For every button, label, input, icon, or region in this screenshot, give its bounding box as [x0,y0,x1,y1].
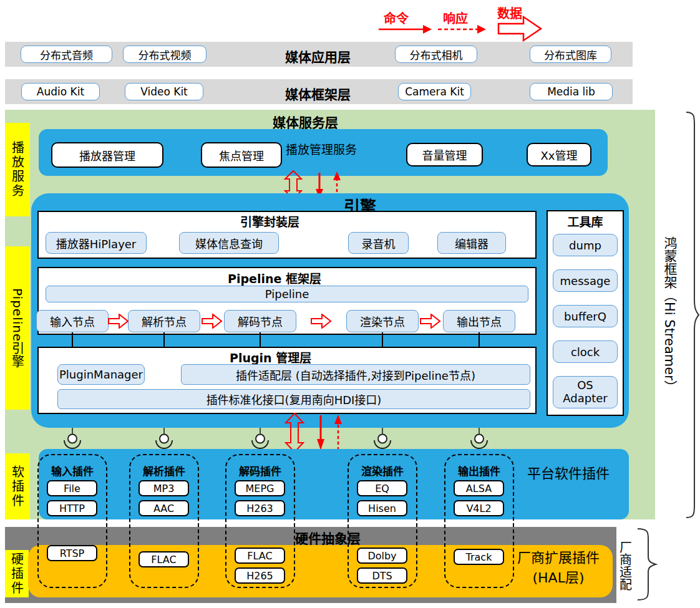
bufferq-box: bufferQ [553,305,618,327]
framework-bracket-icon [685,111,700,519]
dts-plugin-box: DTS [357,567,407,584]
architecture-diagram: 命令 响应 数据 分布式音频 分布式视频 媒体应用层 分布式相机 分布式图库 A… [0,0,700,608]
platform-plugin-bar [39,449,629,519]
clock-box: clock [553,340,618,363]
plugin-group-title: 解析插件 [130,463,198,478]
media-app-layer-title: 媒体应用层 [285,47,351,65]
node-connector-line [382,332,383,347]
hard-plugin-side-label: 硬插件 [5,550,29,597]
plugin-group-input: 输入插件 File HTTP RTSP [37,454,107,588]
playback-service-side-label: 播放服务 [5,123,30,216]
render-node-box: 渲染节点 [346,310,419,332]
dashed-arrow-icon [437,22,487,36]
h263-plugin-box: H263 [235,500,285,516]
editor-box: 编辑器 [437,232,506,254]
plugin-management-layer-title: Plugin 管理层 [230,349,311,365]
hisen-plugin-box: Hisen [357,500,407,516]
plugin-manager-box: PluginManager [57,364,145,385]
output-node-box: 输出节点 [443,310,515,332]
os-adapter-box: OS Adapter [553,376,618,408]
media-lib-box: Media lib [530,83,613,100]
pipeline-engine-side-label: Pipeline引擎 [5,246,30,410]
plugin-group-parse: 解析插件 MP3 AAC FLAC [129,454,199,588]
parse-node-box: 解析节点 [128,310,200,332]
aac-plugin-box: AAC [139,500,189,516]
eq-plugin-box: EQ [357,480,407,496]
plugin-group-title: 解码插件 [226,463,294,478]
decode-node-box: 解码节点 [224,310,296,332]
vendor-plugin-label-line1: 厂商扩展插件 [512,548,605,568]
dolby-plugin-box: Dolby [357,548,407,564]
rtsp-plugin-box: RTSP [47,545,97,561]
distributed-camera-box: 分布式相机 [395,46,477,63]
message-box: message [553,269,618,292]
pipeline-framework-layer-title: Pipeline 框架层 [228,269,321,286]
node-connector-line [163,332,165,347]
mepg-plugin-box: MEPG [235,480,285,496]
flac-hal-plugin-box: FLAC [235,548,285,564]
node-connector-line [479,332,480,347]
input-node-box: 输入节点 [36,310,109,332]
plugin-group-title: 渲染插件 [349,463,416,478]
vendor-bracket-label: 厂商适配 [615,531,635,600]
camera-kit-box: Camera Kit [398,83,471,100]
node-connector-line [72,332,73,347]
audio-kit-box: Audio Kit [21,83,100,100]
alsa-plugin-box: ALSA [454,480,504,496]
h265-plugin-box: H265 [235,567,285,584]
playback-management-service-label: 播放管理服务 [286,140,357,157]
plugin-group-render: 渲染插件 EQ Hisen Dolby DTS [348,454,417,588]
vendor-bracket-icon [636,528,658,601]
flac-plugin-box: FLAC [139,551,189,567]
engine-wrapper-layer-title: 引擎封装层 [240,213,299,229]
mp3-plugin-box: MP3 [139,480,189,496]
plugin-group-output: 输出插件 ALSA V4L2 Track [444,454,514,588]
media-framework-layer-title: 媒体框架层 [285,84,351,103]
toolbox-title: 工具库 [547,213,624,229]
pipeline-bar: Pipeline [46,286,528,302]
distributed-gallery-box: 分布式图库 [530,46,611,63]
node-arrow-icon [420,314,441,329]
file-plugin-box: File [47,480,97,496]
plugin-group-title: 输出插件 [445,463,513,478]
block-arrow-icon [497,15,543,42]
node-connector-line [260,332,261,347]
focus-management-box: 焦点管理 [201,142,282,168]
plugin-adapter-box: 插件适配层 (自动选择插件,对接到Pipeline节点) [181,364,530,385]
dump-box: dump [553,234,618,256]
http-plugin-box: HTTP [47,500,97,516]
node-arrow-icon [202,314,223,329]
plugin-group-title: 输入插件 [39,463,106,478]
media-info-query-box: 媒体信息查询 [179,232,279,254]
platform-plugin-label: 平台软件插件 [527,462,610,482]
hiplayer-box: 播放器HiPlayer [46,232,147,254]
volume-management-box: 音量管理 [406,143,483,166]
video-kit-box: Video Kit [125,83,203,100]
plugin-standard-api-box: 插件标准化接口(复用南向HDI接口) [57,389,530,409]
player-management-box: 播放器管理 [51,142,163,168]
solid-arrow-icon [378,22,433,36]
plugin-group-decode: 解码插件 MEPG H263 FLAC H265 [225,454,295,588]
framework-bracket-label: 鸿蒙框架（Hi Streamer） [657,196,682,433]
v4l2-plugin-box: V4L2 [454,500,504,516]
xx-management-box: Xx管理 [527,143,591,166]
soft-plugin-side-label: 软插件 [5,453,30,519]
media-service-layer-title: 媒体服务层 [273,112,338,131]
node-arrow-icon [311,314,332,329]
vendor-plugin-label: 厂商扩展插件 (HAL层) [512,548,605,588]
recorder-box: 录音机 [348,232,409,254]
track-plugin-box: Track [454,549,504,565]
distributed-audio-box: 分布式音频 [21,46,112,63]
engine-plugin-arrows-icon [282,413,348,453]
vendor-plugin-label-line2: (HAL层) [512,568,605,588]
node-arrow-icon [108,314,129,329]
distributed-video-box: 分布式视频 [123,46,207,63]
